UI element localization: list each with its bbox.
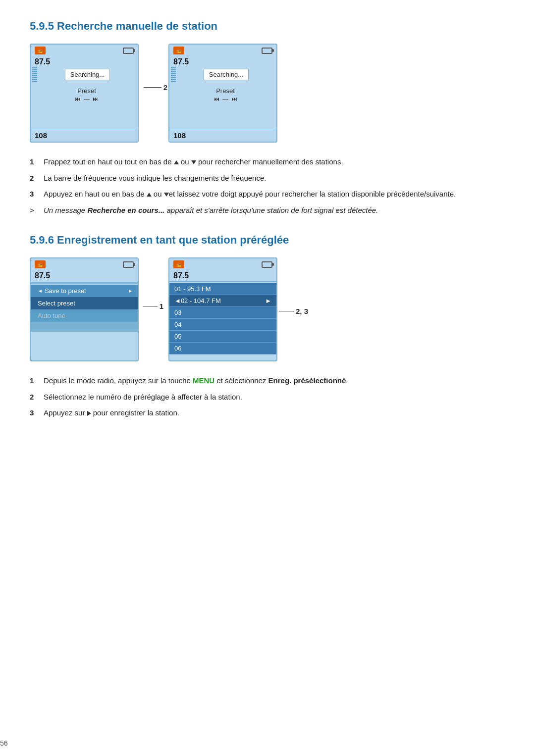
menu-item-select: Select preset xyxy=(31,297,138,309)
screen-4-freq: 87.5 xyxy=(169,270,276,281)
instr-595-1-num: 1 xyxy=(30,156,39,168)
instr-596-1-text: Depuis le mode radio, appuyez sur la tou… xyxy=(44,375,348,387)
arrow-left-save: ◄ xyxy=(38,288,43,294)
screens-row-596: 📻 87.5 ◄ Save to preset ► Select preset xyxy=(30,257,505,361)
enreg-label: Enreg. présélectionné xyxy=(268,376,346,385)
callout-dash xyxy=(144,87,161,88)
screen-2: 📻 87.5 Searching... Preset ⏮ — ⏭ xyxy=(168,44,277,143)
screen-wrapper-4: 📻 87.5 01 - 95.3 FM ◄ 02 - 104.7 FM ► 03… xyxy=(168,257,277,361)
radio-icon-1: 📻 xyxy=(35,47,46,54)
preset-05: 05 xyxy=(169,331,276,343)
screen-2-bottom-freq: 108 xyxy=(169,129,276,142)
instr-595-1: 1 Frappez tout en haut ou tout en bas de… xyxy=(30,156,505,168)
screen-1-freq: 87.5 xyxy=(31,56,138,66)
menu-word: MENU xyxy=(193,376,214,385)
screen-1-content: Searching... xyxy=(37,67,138,82)
dash-1: — xyxy=(84,96,90,102)
callout-number-2: 2 xyxy=(163,83,167,92)
screen-1-controls: ⏮ — ⏭ xyxy=(75,96,99,102)
screen-wrapper-2: 📻 87.5 Searching... Preset ⏮ — ⏭ xyxy=(168,44,277,143)
page-number: 56 xyxy=(0,739,8,747)
screens-row-595: 📻 87.5 Searching... Preset ⏮ — ⏭ xyxy=(30,44,505,143)
callout-2: 2 xyxy=(144,83,167,92)
instructions-595: 1 Frappez tout en haut ou tout en bas de… xyxy=(30,156,505,216)
instr-596-3: 3 Appuyez sur pour enregistrer la statio… xyxy=(30,407,505,419)
preset-02: ◄ 02 - 104.7 FM ► xyxy=(169,295,276,307)
instr-595-3: 3 Appuyez en haut ou en bas de ou et lai… xyxy=(30,189,505,200)
triangle-right-3 xyxy=(87,411,91,416)
section-595-title: 5.9.5 Recherche manuelle de station xyxy=(30,20,505,33)
screen-1-bar-area: Searching... xyxy=(31,67,138,82)
screen-3-freq: 87.5 xyxy=(31,270,138,282)
callout-1-dash xyxy=(143,306,158,306)
arrow-right-save: ► xyxy=(128,288,133,294)
battery-icon-4 xyxy=(262,261,272,268)
menu-item-blank2 xyxy=(31,327,138,332)
screen-1-header: 📻 xyxy=(31,45,138,56)
prev-icon-2: ⏮ xyxy=(214,96,219,102)
radio-icon-3: 📻 xyxy=(35,260,46,268)
divider-4 xyxy=(169,281,276,282)
instr-595-2: 2 La barre de fréquence vous indique les… xyxy=(30,173,505,184)
screen-2-side-bar xyxy=(171,67,176,82)
screen-2-header: 📻 xyxy=(169,45,276,56)
menu-item-save: ◄ Save to preset ► xyxy=(31,285,138,297)
preset-01: 01 - 95.3 FM xyxy=(169,283,276,295)
instructions-596: 1 Depuis le mode radio, appuyez sur la t… xyxy=(30,375,505,419)
triangle-up-3 xyxy=(147,193,152,197)
instr-595-2-num: 2 xyxy=(30,173,39,184)
screen-4-header: 📻 xyxy=(169,258,276,270)
screen-4-presets: 01 - 95.3 FM ◄ 02 - 104.7 FM ► 03 04 05 … xyxy=(169,283,276,354)
callout-23: 2, 3 xyxy=(279,307,308,315)
triangle-up-1 xyxy=(174,160,179,164)
screen-1-side-bar xyxy=(32,67,37,82)
screen-2-searching: Searching... xyxy=(204,69,249,80)
instr-596-2-num: 2 xyxy=(30,392,39,403)
triangle-down-3 xyxy=(164,193,169,197)
callout-1: 1 xyxy=(143,302,163,310)
screen-1-searching: Searching... xyxy=(65,69,110,80)
instr-596-1-num: 1 xyxy=(30,375,39,387)
triangle-down-1 xyxy=(191,160,196,164)
next-icon-2: ⏭ xyxy=(231,96,237,102)
instr-596-1: 1 Depuis le mode radio, appuyez sur la t… xyxy=(30,375,505,387)
menu-item-autotune-label: Auto tune xyxy=(38,312,65,319)
radio-icon-4: 📻 xyxy=(173,260,184,268)
divider-3 xyxy=(31,282,138,284)
screen-3-menu: ◄ Save to preset ► Select preset Auto tu… xyxy=(31,285,138,332)
callout-1-num: 1 xyxy=(160,302,163,310)
section-596: 5.9.6 Enregistrement en tant que station… xyxy=(30,234,505,419)
preset-02-arrow-left: ◄ xyxy=(174,297,181,304)
callout-23-dash xyxy=(279,311,294,311)
instr-595-2-text: La barre de fréquence vous indique les c… xyxy=(44,173,266,184)
screen-2-freq: 87.5 xyxy=(169,56,276,66)
instr-596-3-num: 3 xyxy=(30,407,39,419)
instr-595-1-text: Frappez tout en haut ou tout en bas de o… xyxy=(44,156,343,168)
screen-2-preset: Preset xyxy=(216,87,235,95)
section-596-title: 5.9.6 Enregistrement en tant que station… xyxy=(30,234,505,247)
callout-23-num: 2, 3 xyxy=(296,307,308,315)
radio-icon-2: 📻 xyxy=(173,47,184,54)
preset-04: 04 xyxy=(169,319,276,331)
screen-2-preset-area: Preset ⏮ — ⏭ xyxy=(169,83,276,102)
screen-2-bar-area: Searching... xyxy=(169,67,276,82)
screen-4: 📻 87.5 01 - 95.3 FM ◄ 02 - 104.7 FM ► 03… xyxy=(168,257,277,361)
instr-596-3-text: Appuyez sur pour enregistrer la station. xyxy=(44,407,179,419)
instr-595-note-num: > xyxy=(30,205,39,216)
menu-item-select-label: Select preset xyxy=(38,300,75,307)
instr-596-2: 2 Sélectionnez le numéro de préréglage à… xyxy=(30,392,505,403)
screen-wrapper-1: 📻 87.5 Searching... Preset ⏮ — ⏭ xyxy=(30,44,139,143)
instr-596-2-text: Sélectionnez le numéro de préréglage à a… xyxy=(44,392,242,403)
preset-02-arrow-right: ► xyxy=(265,297,271,304)
battery-icon-3 xyxy=(123,261,134,268)
instr-595-3-text: Appuyez en haut ou en bas de ou et laiss… xyxy=(44,189,456,200)
dash-2: — xyxy=(222,96,228,102)
instr-595-3-num: 3 xyxy=(30,189,39,200)
menu-item-autotune: Auto tune xyxy=(31,309,138,322)
screen-3-header: 📻 xyxy=(31,258,138,270)
menu-item-save-label: Save to preset xyxy=(45,287,86,295)
menu-item-blank1 xyxy=(31,322,138,327)
instr-595-note-text: Un message Recherche en cours... apparaî… xyxy=(44,205,378,216)
screen-1: 📻 87.5 Searching... Preset ⏮ — ⏭ xyxy=(30,44,139,143)
screen-2-content: Searching... xyxy=(176,67,276,82)
